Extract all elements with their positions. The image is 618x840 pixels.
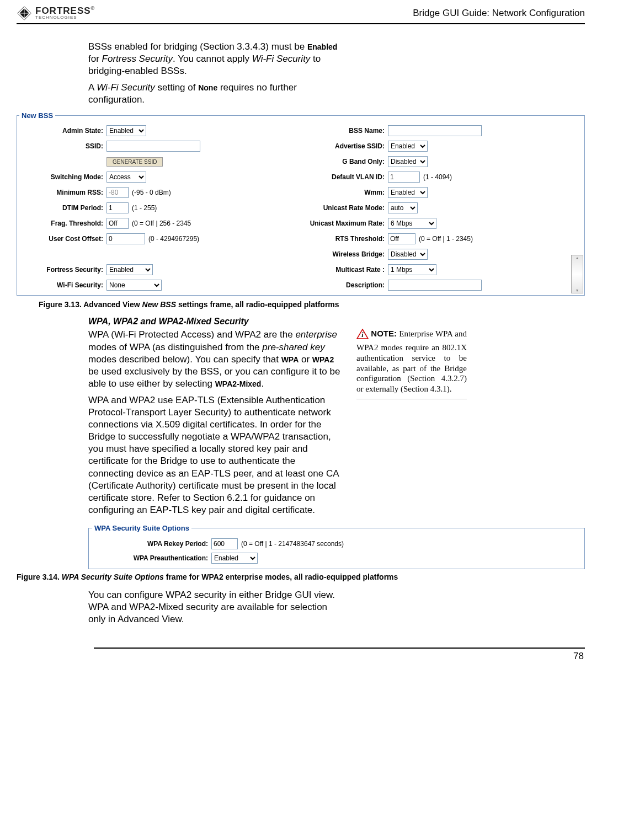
rekey-hint: (0 = Off | 1 - 2147483647 seconds): [241, 540, 344, 548]
page-header: FORTRESS® TECHNOLOGIES Bridge GUI Guide:…: [17, 6, 585, 24]
figure-3-14-caption: Figure 3.14. WPA Security Suite Options …: [17, 573, 585, 581]
ssid-label: SSID:: [20, 142, 103, 150]
desc-input[interactable]: [388, 280, 482, 291]
min-rss-label: Minimum RSS:: [20, 189, 103, 196]
fortress-diamond-icon: [17, 6, 32, 21]
intro-para-2: A Wi-Fi Security setting of None require…: [88, 82, 342, 106]
adv-ssid-select[interactable]: Enabled: [388, 141, 428, 152]
urate-mode-label: Unicast Rate Mode:: [302, 204, 385, 212]
frag-label: Frag. Threshold:: [20, 220, 103, 227]
vlan-label: Default VLAN ID:: [302, 173, 385, 181]
scrollbar[interactable]: ▴▾: [571, 255, 583, 293]
new-bss-frame: New BSS Admin State:Enabled BSS Name: SS…: [17, 111, 585, 296]
gband-label: G Band Only:: [302, 158, 385, 165]
wpa-para-1: WPA (Wi-Fi Protected Access) and WPA2 ar…: [88, 329, 342, 389]
mcast-label: Multicast Rate :: [302, 266, 385, 274]
admin-state-select[interactable]: Enabled: [106, 125, 146, 136]
svg-text:i: i: [361, 331, 364, 339]
frag-input[interactable]: [106, 218, 129, 229]
cost-hint: (0 - 4294967295): [148, 235, 199, 243]
new-bss-legend: New BSS: [19, 111, 55, 120]
switch-mode-label: Switching Mode:: [20, 173, 103, 181]
rts-input[interactable]: [388, 233, 415, 244]
preauth-label: WPA Preauthentication:: [92, 554, 208, 562]
desc-label: Description:: [302, 281, 385, 289]
urate-mode-select[interactable]: auto: [388, 202, 418, 213]
wmm-label: Wmm:: [302, 189, 385, 196]
wpa-options-frame: WPA Security Suite Options WPA Rekey Per…: [88, 524, 585, 569]
min-rss-input[interactable]: [106, 187, 129, 198]
figure-3-13-caption: Figure 3.13. Advanced View New BSS setti…: [39, 300, 585, 309]
rekey-label: WPA Rekey Period:: [92, 540, 208, 548]
mcast-select[interactable]: 1 Mbps: [388, 264, 436, 275]
dtim-label: DTIM Period:: [20, 204, 103, 212]
wbridge-select[interactable]: Disabled: [388, 249, 428, 260]
footer-rule: [94, 648, 585, 649]
note-info-icon: i: [356, 329, 369, 343]
adv-ssid-label: Advertise SSID:: [302, 142, 385, 150]
closing-para: You can configure WPA2 security in eithe…: [88, 589, 342, 625]
frag-hint: (0 = Off | 256 - 2345: [132, 220, 191, 227]
bss-name-input[interactable]: [388, 125, 482, 136]
page-number: 78: [17, 651, 585, 662]
umax-select[interactable]: 6 Mbps: [388, 218, 436, 229]
note-label: NOTE:: [371, 329, 397, 338]
rts-label: RTS Threshold:: [302, 235, 385, 243]
admin-state-label: Admin State:: [20, 127, 103, 135]
page-title: Bridge GUI Guide: Network Configuration: [413, 8, 585, 19]
wbridge-label: Wireless Bridge:: [302, 250, 385, 258]
fsec-select[interactable]: Enabled: [106, 264, 153, 275]
wifi-sec-select[interactable]: None: [106, 280, 162, 291]
intro-para-1: BSSs enabled for bridging (Section 3.3.4…: [88, 41, 342, 77]
fsec-label: Fortress Security:: [20, 266, 103, 274]
switch-mode-select[interactable]: Access: [106, 172, 146, 183]
side-note: i NOTE: Enterprise WPA and WPA2 modes re…: [356, 329, 467, 399]
vlan-hint: (1 - 4094): [423, 173, 452, 181]
scroll-down-icon[interactable]: ▾: [576, 288, 578, 293]
umax-label: Unicast Maximum Rate:: [302, 220, 385, 227]
preauth-select[interactable]: Enabled: [211, 553, 258, 564]
note-text: Enterprise WPA and WPA2 modes require an…: [356, 329, 467, 393]
generate-ssid-button[interactable]: GENERATE SSID: [106, 157, 163, 167]
min-rss-hint: (-95 - 0 dBm): [132, 189, 171, 196]
scroll-up-icon[interactable]: ▴: [576, 255, 578, 260]
vlan-input[interactable]: [388, 172, 420, 183]
ssid-input[interactable]: [106, 141, 200, 152]
cost-label: User Cost Offset:: [20, 235, 103, 243]
bss-name-label: BSS Name:: [302, 127, 385, 135]
section-title: WPA, WPA2 and WPA2-Mixed Security: [88, 317, 585, 327]
rekey-input[interactable]: [211, 538, 238, 549]
rts-hint: (0 = Off | 1 - 2345): [419, 235, 473, 243]
cost-input[interactable]: [106, 233, 145, 244]
wpa-options-legend: WPA Security Suite Options: [92, 524, 191, 532]
wifi-sec-label: Wi-Fi Security:: [20, 281, 103, 289]
gband-select[interactable]: Disabled: [388, 156, 428, 167]
brand-logo: FORTRESS® TECHNOLOGIES: [17, 6, 95, 21]
dtim-hint: (1 - 255): [132, 204, 157, 212]
wpa-para-2: WPA and WPA2 use EAP-TLS (Extensible Aut…: [88, 394, 342, 516]
dtim-input[interactable]: [106, 202, 129, 213]
wmm-select[interactable]: Enabled: [388, 187, 428, 198]
